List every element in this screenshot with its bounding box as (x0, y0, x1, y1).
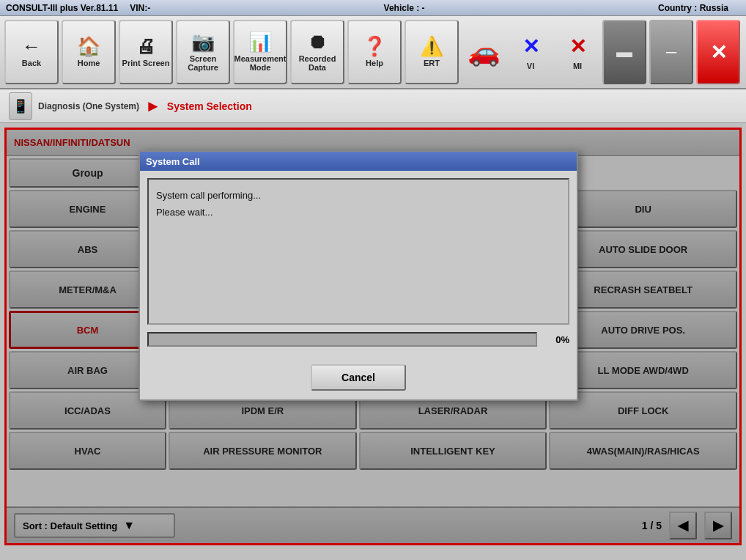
home-button[interactable]: 🏠 Home (62, 20, 116, 84)
minimize-icon: ▬ (616, 43, 632, 62)
minimize-button[interactable]: ▬ (602, 20, 646, 84)
modal-message-line1: System call performing... (156, 187, 561, 204)
modal-buttons: Cancel (140, 354, 577, 399)
back-button[interactable]: ← Back (4, 20, 59, 84)
close-button[interactable]: ✕ (696, 20, 740, 84)
app-title: CONSULT-III plus Ver.81.11 (6, 3, 118, 13)
screen-capture-button[interactable]: 📷 Screen Capture (176, 20, 230, 84)
recorded-icon: ⏺ (308, 32, 327, 51)
warning-icon: ⚠️ (420, 37, 443, 56)
ert-button[interactable]: ⚠️ ERT (405, 20, 459, 84)
modal-text-area: System call performing... Please wait... (147, 178, 569, 325)
vin-label: VIN:- (130, 3, 150, 13)
back-icon: ← (22, 37, 41, 56)
vi-button[interactable]: ✕ VI (509, 20, 553, 84)
modal-titlebar: System Call (140, 152, 577, 171)
car-icon: 🚗 (468, 37, 501, 67)
toolbar: ← Back 🏠 Home 🖨 Print Screen 📷 Screen Ca… (0, 16, 746, 89)
system-selection-label: System Selection (167, 100, 252, 112)
measurement-icon: 📊 (248, 32, 272, 51)
system-call-modal: System Call System call performing... Pl… (139, 150, 578, 401)
main-content: NISSAN/INFINITI/DATSUN Group ENGINE DIU … (4, 128, 742, 545)
home-icon: 🏠 (77, 37, 100, 56)
print-screen-button[interactable]: 🖨 Print Screen (119, 20, 173, 84)
diagnosis-label: Diagnosis (One System) (38, 101, 139, 111)
help-button[interactable]: ❓ Help (347, 20, 402, 84)
printer-icon: 🖨 (136, 37, 155, 56)
mi-cross-icon: ✕ (569, 34, 586, 59)
window-minimize-icon: ─ (666, 44, 676, 61)
progress-percent: 0% (543, 334, 569, 345)
breadcrumb: 📱 Diagnosis (One System) ► System Select… (0, 89, 746, 123)
measurement-mode-button[interactable]: 📊 Measurement Mode (233, 20, 287, 84)
recorded-data-button[interactable]: ⏺ Recorded Data (290, 20, 344, 84)
vi-cross-icon: ✕ (522, 34, 539, 59)
close-icon: ✕ (710, 40, 727, 65)
diagnosis-icon: 📱 (9, 92, 32, 120)
breadcrumb-arrow: ► (145, 97, 161, 116)
vehicle-label: Vehicle : - (384, 3, 425, 13)
window-minimize-button[interactable]: ─ (649, 20, 693, 84)
titlebar: CONSULT-III plus Ver.81.11 VIN:- Vehicle… (0, 0, 746, 16)
help-icon: ❓ (363, 37, 386, 56)
country-label: Country : Russia (658, 3, 728, 13)
modal-overlay: System Call System call performing... Pl… (7, 130, 739, 543)
car-button[interactable]: 🚗 (462, 20, 506, 84)
modal-progress-area: 0% (147, 332, 569, 347)
modal-body: System call performing... Please wait...… (140, 171, 577, 354)
cancel-button[interactable]: Cancel (311, 364, 406, 391)
camera-icon: 📷 (191, 32, 215, 51)
mi-button[interactable]: ✕ MI (555, 20, 599, 84)
modal-message-line2: Please wait... (156, 204, 561, 221)
progress-bar-bg (147, 332, 537, 347)
modal-title: System Call (146, 156, 200, 167)
